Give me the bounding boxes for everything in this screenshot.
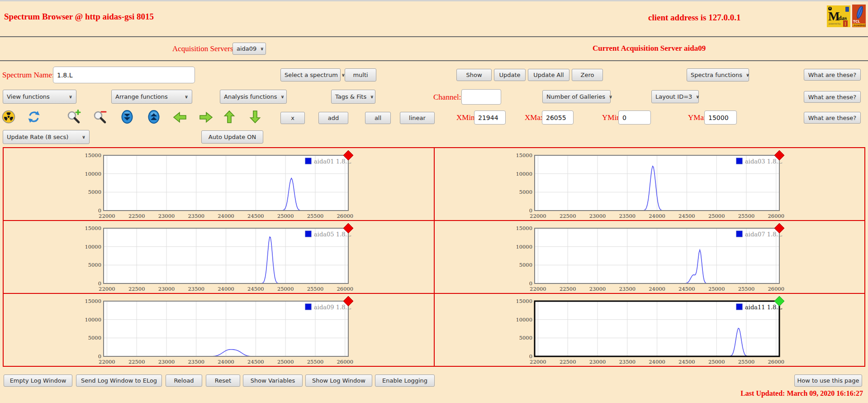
x-tick-label: 25500	[738, 359, 754, 365]
show-log-window-button[interactable]: Show Log Window	[305, 374, 372, 387]
x-tick-label: 24000	[218, 359, 235, 365]
empty-log-window-button[interactable]: Empty Log Window	[4, 374, 72, 387]
legend-swatch	[305, 231, 311, 237]
x-tick-label: 26000	[768, 286, 784, 292]
tags-fits-dropdown[interactable]: Tags & Fits	[331, 90, 375, 104]
legend-swatch	[736, 304, 742, 310]
show-button[interactable]: Show	[456, 69, 492, 81]
pan-right-icon[interactable]	[198, 110, 213, 124]
x-button[interactable]: x	[280, 112, 305, 124]
number-of-galleries-label: Number of Galleries	[546, 93, 605, 100]
legend-label: aida11 1.8.L	[745, 304, 782, 311]
pan-up-icon[interactable]	[223, 110, 236, 124]
send-log-to-elog-button[interactable]: Send Log Window to ELog	[76, 374, 162, 387]
what-are-these-button-3[interactable]: What are these?	[804, 112, 861, 124]
zoom-out-icon[interactable]	[92, 110, 108, 124]
xmin-input[interactable]	[474, 110, 506, 125]
legend-swatch	[305, 158, 311, 164]
y-tick-label: 15000	[516, 152, 532, 158]
spectrum-chart: 2200022500230002350024000245002500025500…	[514, 225, 785, 293]
what-are-these-button-2[interactable]: What are these?	[804, 91, 861, 103]
number-of-galleries-dropdown[interactable]: Number of Galleries	[542, 90, 611, 103]
y-tick-label: 15000	[85, 152, 102, 158]
y-tick-label: 0	[98, 353, 101, 360]
add-button[interactable]: add	[318, 112, 348, 124]
y-expand-icon[interactable]	[147, 110, 161, 124]
reset-button[interactable]: Reset	[206, 374, 240, 387]
x-tick-label: 22000	[99, 359, 115, 365]
gallery-panel-aida07[interactable]: 2200022500230002350024000245002500025500…	[434, 221, 865, 293]
y-tick-label: 5000	[88, 335, 101, 341]
xmin-label: XMin	[456, 113, 475, 122]
x-tick-label: 22500	[128, 213, 145, 219]
x-tick-label: 22000	[99, 213, 115, 219]
what-are-these-button-1[interactable]: What are these?	[804, 69, 861, 81]
gallery-panel-aida01[interactable]: 2200022500230002350024000245002500025500…	[3, 148, 434, 221]
spectrum-chart: 2200022500230002350024000245002500025500…	[83, 225, 354, 293]
spectrum-chart: 2200022500230002350024000245002500025500…	[83, 297, 354, 366]
update-all-button[interactable]: Update All	[528, 69, 569, 81]
spectrum-chart: 2200022500230002350024000245002500025500…	[83, 152, 354, 221]
x-tick-label: 24000	[649, 286, 665, 292]
x-tick-label: 22500	[560, 213, 576, 219]
auto-update-button[interactable]: Auto Update ON	[201, 130, 263, 144]
refresh-icon[interactable]	[27, 110, 41, 124]
x-tick-label: 25500	[307, 359, 324, 365]
tcl-powered-logo: TCL POWERED	[852, 5, 866, 27]
pan-left-icon[interactable]	[172, 110, 188, 124]
y-tick-label: 0	[529, 280, 532, 287]
gallery-panel-aida11[interactable]: 2200022500230002350024000245002500025500…	[434, 293, 865, 366]
legend-label: aida09 1.8.L	[314, 304, 351, 311]
zoom-in-icon[interactable]	[66, 110, 81, 124]
x-tick-label: 23000	[158, 286, 175, 292]
acquisition-server-select[interactable]: aida09	[232, 43, 266, 55]
gallery-panel-aida03[interactable]: 2200022500230002350024000245002500025500…	[434, 148, 865, 221]
radioactive-icon[interactable]	[2, 110, 15, 124]
reload-button[interactable]: Reload	[166, 374, 202, 387]
select-spectrum-dropdown[interactable]: Select a spectrum	[280, 68, 341, 82]
top-strip	[0, 0, 868, 1]
x-tick-label: 24000	[218, 286, 235, 292]
x-tick-label: 22000	[530, 359, 546, 365]
x-tick-label: 25000	[708, 359, 725, 365]
y-tick-label: 0	[98, 280, 101, 287]
view-functions-dropdown[interactable]: View functions	[3, 90, 76, 104]
spectra-functions-label: Spectra functions	[691, 72, 742, 78]
midas-logo: M idas powered by	[827, 5, 850, 27]
enable-logging-button[interactable]: Enable Logging	[375, 374, 435, 387]
legend-swatch	[736, 231, 742, 237]
gallery-panel-aida05[interactable]: 2200022500230002350024000245002500025500…	[3, 221, 434, 293]
arrange-functions-dropdown[interactable]: Arrange functions	[111, 90, 192, 104]
how-to-use-button[interactable]: How to use this page	[794, 374, 862, 387]
xmax-input[interactable]	[542, 110, 574, 125]
y-tick-label: 0	[529, 353, 532, 360]
gallery-panel-aida09[interactable]: 2200022500230002350024000245002500025500…	[3, 293, 434, 366]
spectra-functions-dropdown[interactable]: Spectra functions	[687, 68, 749, 82]
legend-label: aida05 1.8.L	[314, 231, 351, 238]
all-button[interactable]: all	[365, 112, 391, 124]
update-rate-dropdown[interactable]: Update Rate (8 secs)	[3, 130, 90, 144]
zero-button[interactable]: Zero	[572, 69, 603, 81]
tcl-logo-text: TCL	[853, 19, 860, 24]
x-tick-label: 22000	[530, 286, 546, 292]
layout-id-dropdown[interactable]: Layout ID=3	[651, 90, 699, 103]
legend-swatch	[305, 304, 311, 310]
y-tick-label: 10000	[516, 317, 532, 323]
y-tick-label: 10000	[85, 317, 102, 323]
x-tick-label: 22000	[530, 213, 546, 219]
x-tick-label: 23500	[619, 359, 636, 365]
spectra-gallery: 2200022500230002350024000245002500025500…	[3, 147, 865, 367]
pan-down-icon[interactable]	[248, 110, 262, 124]
ymax-input[interactable]	[704, 110, 737, 125]
ymin-input[interactable]	[618, 110, 651, 125]
x-tick-label: 23500	[619, 213, 636, 219]
analysis-functions-dropdown[interactable]: Analysis functions	[220, 90, 287, 104]
multi-button[interactable]: multi	[345, 68, 376, 82]
x-tick-label: 24000	[218, 213, 235, 219]
spectrum-name-input[interactable]	[53, 67, 195, 83]
linear-button[interactable]: linear	[400, 112, 435, 124]
y-compress-icon[interactable]	[120, 110, 134, 124]
show-variables-button[interactable]: Show Variables	[243, 374, 303, 387]
update-button[interactable]: Update	[494, 69, 526, 81]
channel-input[interactable]	[461, 89, 501, 105]
